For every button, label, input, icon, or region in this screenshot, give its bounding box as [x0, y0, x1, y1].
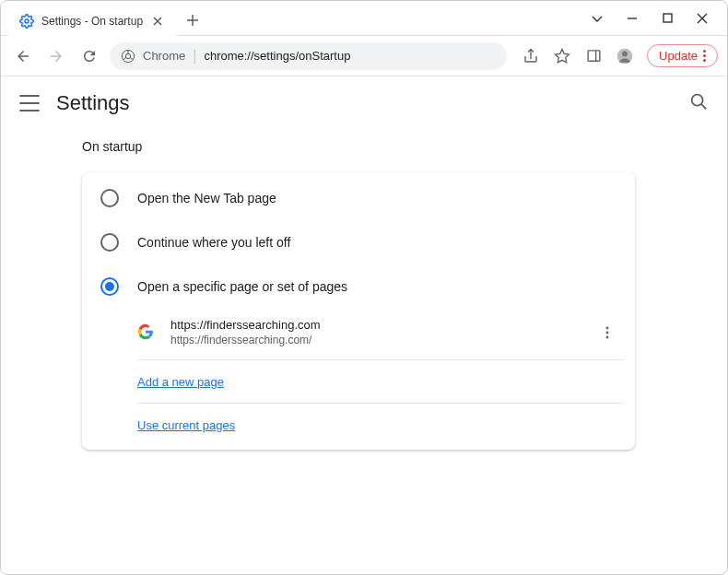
share-icon[interactable] [522, 47, 540, 65]
add-page-link[interactable]: Add a new page [137, 375, 224, 389]
menu-dots-icon [703, 50, 706, 62]
startup-page-entry: https://finderssearching.com https://fin… [137, 309, 624, 360]
radio-label: Continue where you left off [137, 235, 290, 250]
chrome-icon [121, 49, 135, 64]
tab-close-icon[interactable] [150, 14, 165, 29]
omnibox-prefix: Chrome [143, 49, 185, 63]
radio-icon [100, 277, 119, 296]
svg-line-10 [701, 104, 706, 109]
svg-point-8 [622, 51, 628, 56]
settings-gear-icon [19, 14, 34, 29]
omnibox-separator: | [193, 48, 196, 65]
use-current-pages-link[interactable]: Use current pages [137, 418, 235, 432]
radio-new-tab[interactable]: Open the New Tab page [82, 176, 635, 220]
star-icon[interactable] [553, 47, 571, 65]
chevron-down-icon[interactable] [591, 12, 604, 25]
close-icon[interactable] [696, 12, 709, 25]
tab-title: Settings - On startup [41, 15, 143, 28]
new-tab-button[interactable] [180, 7, 205, 33]
svg-marker-4 [556, 49, 569, 62]
maximize-icon[interactable] [661, 12, 674, 25]
address-bar: Chrome | chrome://settings/onStartup Upd… [1, 36, 727, 76]
section-title: On startup [82, 139, 727, 154]
reload-icon[interactable] [76, 43, 102, 69]
settings-header: Settings [1, 76, 727, 130]
search-icon[interactable] [688, 91, 709, 115]
svg-rect-1 [663, 14, 672, 22]
omnibox[interactable]: Chrome | chrome://settings/onStartup [110, 42, 507, 70]
radio-label: Open the New Tab page [137, 191, 276, 205]
titlebar: Settings - On startup [1, 1, 727, 36]
svg-point-12 [606, 331, 609, 334]
entry-menu-icon[interactable] [596, 322, 618, 344]
profile-icon[interactable] [616, 47, 634, 65]
browser-tab[interactable]: Settings - On startup [8, 6, 176, 36]
omnibox-path: chrome://settings/onStartup [204, 49, 350, 63]
minimize-icon[interactable] [626, 12, 639, 25]
radio-specific-page[interactable]: Open a specific page or set of pages [82, 264, 635, 309]
update-label: Update [659, 49, 698, 63]
svg-point-11 [606, 326, 609, 329]
svg-rect-5 [588, 51, 600, 61]
settings-title: Settings [56, 91, 130, 115]
forward-icon [43, 43, 69, 69]
page-entry-title: https://finderssearching.com [170, 318, 581, 332]
update-button[interactable]: Update [647, 44, 718, 67]
page-entry-url: https://finderssearching.com/ [170, 334, 581, 346]
back-icon[interactable] [10, 43, 36, 69]
startup-card: Open the New Tab page Continue where you… [82, 172, 635, 450]
svg-point-13 [606, 335, 609, 338]
svg-point-0 [25, 19, 29, 23]
svg-point-3 [125, 53, 130, 58]
svg-point-9 [692, 95, 703, 106]
radio-label: Open a specific page or set of pages [137, 279, 347, 294]
radio-icon [100, 233, 119, 252]
radio-icon [100, 189, 119, 207]
hamburger-icon[interactable] [19, 95, 40, 111]
radio-continue[interactable]: Continue where you left off [82, 220, 635, 264]
side-panel-icon[interactable] [584, 47, 603, 65]
google-favicon-icon [137, 323, 156, 342]
